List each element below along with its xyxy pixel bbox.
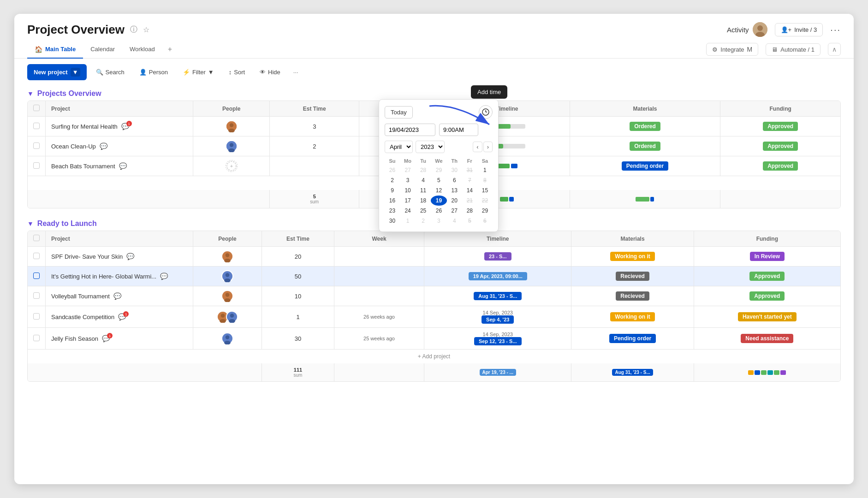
table-row: Volleyball Tournament 💬 10 bbox=[28, 286, 840, 306]
sort-button[interactable]: ↕ Sort bbox=[223, 65, 250, 79]
cal-day[interactable]: 8 bbox=[477, 175, 493, 185]
more-options-button[interactable]: ··· bbox=[830, 24, 841, 35]
cal-day[interactable]: 13 bbox=[447, 185, 462, 196]
cal-day[interactable]: 4 bbox=[416, 175, 431, 185]
collapse-button[interactable]: ∧ bbox=[828, 43, 841, 56]
cal-day[interactable]: 1 bbox=[400, 216, 416, 226]
invite-button[interactable]: 👤+ Invite / 3 bbox=[775, 23, 823, 36]
cal-day[interactable]: 1 bbox=[477, 165, 493, 175]
row-checkbox[interactable] bbox=[33, 253, 40, 259]
cal-day[interactable]: 30 bbox=[447, 165, 462, 175]
cal-day[interactable]: 11 bbox=[416, 185, 431, 196]
cal-day[interactable]: 20 bbox=[447, 196, 462, 206]
comment-icon[interactable]: 💬 bbox=[113, 292, 121, 300]
tab-main-table[interactable]: 🏠 Main Table bbox=[27, 41, 83, 59]
tab-workload[interactable]: Workload bbox=[122, 41, 162, 58]
cal-day[interactable]: 5 bbox=[462, 216, 477, 226]
filter-button[interactable]: ⚡ Filter ▼ bbox=[177, 65, 220, 79]
cal-day[interactable]: 15 bbox=[477, 185, 493, 196]
cal-day[interactable]: 16 bbox=[385, 196, 400, 206]
row-checkbox[interactable] bbox=[33, 142, 40, 149]
week-cell bbox=[334, 286, 424, 306]
automate-button[interactable]: 🖥 Automate / 1 bbox=[766, 43, 820, 56]
cal-day-selected[interactable]: 19 bbox=[431, 196, 447, 206]
activity-section[interactable]: Activity bbox=[727, 22, 767, 37]
row-checkbox[interactable] bbox=[33, 123, 40, 129]
cal-day[interactable]: 3 bbox=[431, 216, 447, 226]
cal-day[interactable]: 29 bbox=[431, 165, 447, 175]
people-cell bbox=[199, 250, 256, 262]
add-tab-button[interactable]: + bbox=[162, 41, 178, 58]
next-month-button[interactable]: › bbox=[483, 142, 493, 152]
col-project-2: Project bbox=[46, 231, 193, 247]
cal-day[interactable]: 28 bbox=[416, 165, 431, 175]
cal-day[interactable]: 9 bbox=[385, 185, 400, 196]
cal-day[interactable]: 24 bbox=[400, 206, 416, 216]
comment-icon[interactable]: 💬1 bbox=[102, 335, 110, 342]
year-select[interactable]: 2023 bbox=[416, 141, 445, 153]
svg-point-1 bbox=[757, 25, 763, 31]
week-cell bbox=[334, 247, 424, 267]
hide-button[interactable]: 👁 Hide bbox=[254, 65, 286, 79]
cal-day[interactable]: 26 bbox=[385, 165, 400, 175]
row-checkbox[interactable] bbox=[33, 162, 40, 169]
cal-day[interactable]: 29 bbox=[477, 206, 493, 216]
project-name-cell: Jelly Fish Season 💬1 bbox=[46, 328, 193, 350]
select-all-checkbox[interactable] bbox=[33, 105, 40, 111]
cal-day[interactable]: 17 bbox=[400, 196, 416, 206]
cal-day[interactable]: 12 bbox=[431, 185, 447, 196]
cal-day[interactable]: 10 bbox=[400, 185, 416, 196]
cal-day[interactable]: 22 bbox=[477, 196, 493, 206]
select-all-checkbox-2[interactable] bbox=[33, 235, 40, 241]
cal-day[interactable]: 6 bbox=[477, 216, 493, 226]
person-filter-button[interactable]: 👤 Person bbox=[134, 65, 173, 79]
cal-day[interactable]: 31 bbox=[462, 165, 477, 175]
cal-day[interactable]: 27 bbox=[447, 206, 462, 216]
comment-icon[interactable]: 💬 bbox=[100, 142, 107, 150]
empty-avatar: + bbox=[226, 160, 238, 172]
row-checkbox[interactable] bbox=[33, 292, 40, 299]
toolbar-more-button[interactable]: ··· bbox=[290, 65, 302, 79]
cal-day[interactable]: 18 bbox=[416, 196, 431, 206]
cal-day[interactable]: 26 bbox=[431, 206, 447, 216]
today-button[interactable]: Today bbox=[385, 106, 413, 119]
tab-calendar[interactable]: Calendar bbox=[83, 41, 122, 58]
cal-day[interactable]: 2 bbox=[416, 216, 431, 226]
project-name-cell: It's Getting Hot in Here- Global Warmi..… bbox=[46, 267, 193, 286]
filter-icon: ⚡ bbox=[183, 69, 190, 76]
people-cell bbox=[199, 140, 264, 152]
cal-day[interactable]: 5 bbox=[431, 175, 447, 185]
cal-day[interactable]: 6 bbox=[447, 175, 462, 185]
search-button[interactable]: 🔍 Search bbox=[90, 65, 130, 79]
row-checkbox[interactable] bbox=[33, 313, 40, 320]
project-name-cell: Beach Bats Tournament 💬 bbox=[46, 156, 193, 176]
add-project-row[interactable]: + Add project bbox=[28, 350, 840, 364]
comment-icon[interactable]: 💬1 bbox=[121, 123, 129, 130]
cal-day[interactable]: 14 bbox=[462, 185, 477, 196]
cal-day[interactable]: 27 bbox=[400, 165, 416, 175]
cal-day[interactable]: 4 bbox=[447, 216, 462, 226]
new-project-button[interactable]: New project ▼ bbox=[27, 64, 87, 80]
cal-day[interactable]: 23 bbox=[385, 206, 400, 216]
cal-day[interactable]: 25 bbox=[416, 206, 431, 216]
comment-icon[interactable]: 💬1 bbox=[118, 313, 126, 320]
user-avatar bbox=[753, 22, 767, 37]
integrate-button[interactable]: ⚙ Integrate M bbox=[706, 43, 758, 56]
prev-month-button[interactable]: ‹ bbox=[473, 142, 482, 152]
comment-icon[interactable]: 💬 bbox=[126, 253, 134, 260]
col-funding-2: Funding bbox=[694, 231, 840, 247]
comment-icon[interactable]: 💬 bbox=[119, 162, 127, 170]
row-checkbox[interactable] bbox=[33, 273, 40, 279]
row-checkbox[interactable] bbox=[33, 335, 40, 341]
cal-day[interactable]: 3 bbox=[400, 175, 416, 185]
materials-cell: Ordered bbox=[570, 117, 720, 136]
cal-day[interactable]: 2 bbox=[385, 175, 400, 185]
comment-icon[interactable]: 💬 bbox=[160, 273, 168, 280]
month-select[interactable]: April bbox=[385, 141, 413, 153]
cal-day[interactable]: 28 bbox=[462, 206, 477, 216]
info-icon[interactable]: ⓘ bbox=[130, 25, 137, 35]
star-icon[interactable]: ☆ bbox=[143, 25, 149, 34]
cal-day[interactable]: 30 bbox=[385, 216, 400, 226]
cal-day[interactable]: 21 bbox=[462, 196, 477, 206]
cal-day[interactable]: 7 bbox=[462, 175, 477, 185]
